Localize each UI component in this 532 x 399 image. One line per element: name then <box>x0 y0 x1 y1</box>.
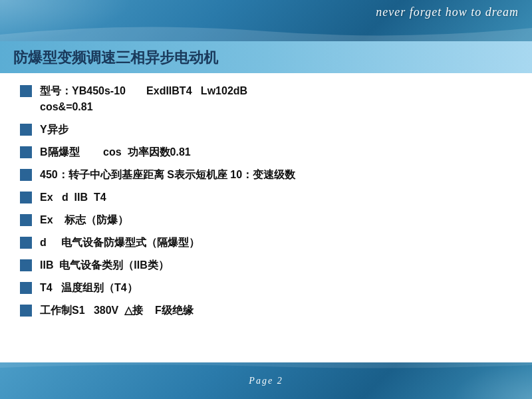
bullet-text-4: 450：转子中心到基座距离 S表示短机座 10：变速级数 <box>40 167 512 183</box>
bullet-icon <box>20 305 32 317</box>
list-item: 工作制S1 380V △接 F级绝缘 <box>20 303 512 319</box>
footer-bar: Page 2 <box>0 362 532 399</box>
content-area: 型号：YB450s-10 ExdIIBT4 Lw102dB cos&=0.81 … <box>0 73 532 366</box>
bullet-text-10: 工作制S1 380V △接 F级绝缘 <box>40 303 512 319</box>
bullet-text-7: d 电气设备防爆型式（隔爆型） <box>40 235 512 251</box>
list-item: T4 温度组别（T4） <box>20 280 512 296</box>
bullet-icon <box>20 282 32 294</box>
list-item: IIB 电气设备类别（IIB类） <box>20 257 512 273</box>
bullet-icon <box>20 192 32 203</box>
list-item: 450：转子中心到基座距离 S表示短机座 10：变速级数 <box>20 167 512 183</box>
list-item: Y异步 <box>20 122 512 138</box>
page-title: 防爆型变频调速三相异步电动机 <box>13 48 218 68</box>
bullet-icon <box>20 85 32 97</box>
header-bar: never forget how to dream <box>0 0 532 41</box>
bullet-icon <box>20 146 32 158</box>
bullet-text-9: T4 温度组别（T4） <box>40 280 512 296</box>
header-tagline: never forget how to dream <box>376 5 519 19</box>
bullet-text-3: B隔爆型 cos 功率因数0.81 <box>40 144 512 160</box>
list-item: 型号：YB450s-10 ExdIIBT4 Lw102dB cos&=0.81 <box>20 83 512 115</box>
bullet-icon <box>20 124 32 136</box>
bullet-icon <box>20 169 32 181</box>
bullet-icon <box>20 237 32 249</box>
bullet-text-5: Ex d IIB T4 <box>40 190 512 205</box>
title-bar: 防爆型变频调速三相异步电动机 <box>0 41 532 74</box>
bullet-text-2: Y异步 <box>40 122 512 138</box>
list-item: Ex 标志（防爆） <box>20 212 512 228</box>
list-item: B隔爆型 cos 功率因数0.81 <box>20 144 512 160</box>
bullet-text-6: Ex 标志（防爆） <box>40 212 512 228</box>
header-wave-svg <box>0 21 532 41</box>
bullet-icon <box>20 214 32 226</box>
bullet-list: 型号：YB450s-10 ExdIIBT4 Lw102dB cos&=0.81 … <box>20 83 512 319</box>
footer-page-label: Page 2 <box>249 376 283 386</box>
bullet-icon <box>20 259 32 271</box>
list-item: d 电气设备防爆型式（隔爆型） <box>20 235 512 251</box>
footer-deco-right <box>452 362 532 399</box>
bullet-text-8: IIB 电气设备类别（IIB类） <box>40 257 512 273</box>
bullet-text-1: 型号：YB450s-10 ExdIIBT4 Lw102dB cos&=0.81 <box>40 83 512 115</box>
list-item: Ex d IIB T4 <box>20 190 512 205</box>
